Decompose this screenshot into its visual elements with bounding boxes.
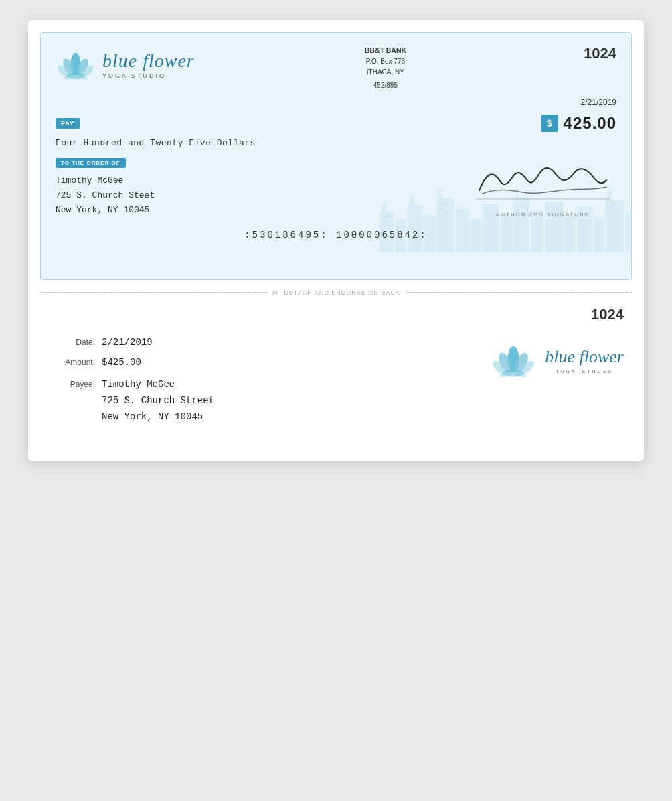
stub-payee-label: Payee: (48, 380, 95, 389)
stub-amount-label: Amount: (48, 358, 95, 367)
svg-rect-20 (501, 214, 513, 252)
svg-rect-22 (516, 189, 519, 198)
dollar-icon: $ (541, 115, 558, 132)
stub-payee-address1: 725 S. Church Street (102, 393, 214, 409)
svg-rect-12 (408, 206, 422, 252)
bank-info: BB&T BANK P.O. Box 776 ITHACA, NY 452/88… (365, 45, 406, 91)
stub-payee-row: Payee: Timothy McGee 725 S. Church Stree… (48, 377, 463, 425)
svg-rect-31 (384, 216, 386, 218)
stub-brand-area: blue flower YOGA STUDIO (545, 347, 624, 374)
svg-rect-33 (384, 220, 386, 222)
svg-rect-27 (594, 218, 604, 252)
svg-rect-16 (439, 189, 442, 199)
stub-brand-name: blue flower (545, 347, 624, 367)
date-row: 2/21/2019 (56, 98, 616, 107)
svg-rect-11 (396, 219, 406, 252)
check-date: 2/21/2019 (581, 98, 616, 107)
amount-value: 425.00 (564, 114, 616, 133)
svg-rect-30 (626, 212, 631, 252)
stub-date-value: 2/21/2019 (102, 337, 153, 348)
check-header: blue flower YOGA STUDIO BB&T BANK P.O. B… (56, 45, 616, 91)
svg-rect-14 (424, 216, 436, 252)
svg-rect-17 (456, 209, 469, 252)
svg-rect-36 (444, 202, 446, 205)
svg-rect-9 (380, 212, 394, 252)
logo-area: blue flower YOGA STUDIO (56, 45, 195, 85)
stub-brand-subtitle: YOGA STUDIO (545, 368, 624, 374)
stub-date-row: Date: 2/21/2019 (48, 337, 463, 348)
bank-po-box: P.O. Box 776 (365, 56, 406, 67)
skyline-icon (377, 186, 631, 252)
stub-lotus-icon (490, 337, 537, 384)
page-container: blue flower YOGA STUDIO BB&T BANK P.O. B… (28, 20, 644, 461)
bank-city: ITHACA, NY (365, 67, 406, 78)
lotus-logo-icon (56, 45, 96, 85)
svg-rect-26 (578, 207, 592, 252)
pay-amount-row: PAY $ 425.00 (56, 114, 616, 133)
svg-rect-35 (440, 208, 442, 210)
svg-rect-15 (437, 199, 454, 252)
stub-section: 1024 Date: 2/21/2019 Amount: $425.00 Pay… (28, 293, 644, 461)
routing-fraction: 452/885 (365, 80, 406, 91)
svg-rect-18 (471, 219, 481, 252)
stub-fields: Date: 2/21/2019 Amount: $425.00 Payee: T… (48, 337, 624, 434)
written-amount: Four Hundred and Twenty-Five Dollars (56, 138, 616, 148)
svg-rect-25 (564, 216, 576, 252)
stub-payee-block: Timothy McGee 725 S. Church Street New Y… (102, 377, 214, 425)
check-number-top: 1024 (576, 45, 616, 62)
stub-right: blue flower YOGA STUDIO (490, 337, 624, 384)
svg-rect-32 (388, 216, 390, 218)
bank-name: BB&T BANK (365, 45, 406, 56)
svg-rect-34 (440, 202, 442, 205)
logo-text-area: blue flower YOGA STUDIO (102, 51, 195, 80)
stub-payee-name: Timothy McGee (102, 377, 214, 393)
svg-rect-28 (606, 200, 624, 252)
order-badge: TO THE ORDER OF (56, 158, 126, 168)
stub-left: Date: 2/21/2019 Amount: $425.00 Payee: T… (48, 337, 463, 434)
svg-rect-21 (514, 198, 529, 252)
stub-date-label: Date: (48, 338, 95, 347)
svg-rect-24 (545, 202, 563, 252)
brand-name: blue flower (102, 51, 195, 72)
stub-payee-address2: New York, NY 10045 (102, 409, 214, 425)
brand-subtitle: YOGA STUDIO (102, 72, 195, 79)
stub-amount-value: $425.00 (102, 357, 141, 368)
svg-rect-19 (483, 204, 499, 252)
stub-amount-row: Amount: $425.00 (48, 357, 463, 368)
check-section: blue flower YOGA STUDIO BB&T BANK P.O. B… (40, 32, 632, 280)
amount-box: $ 425.00 (541, 114, 616, 133)
svg-rect-10 (382, 202, 386, 212)
pay-badge: PAY (56, 118, 80, 129)
svg-rect-29 (608, 191, 611, 200)
svg-rect-13 (410, 196, 414, 206)
svg-rect-23 (531, 211, 543, 252)
stub-check-number: 1024 (48, 306, 624, 323)
